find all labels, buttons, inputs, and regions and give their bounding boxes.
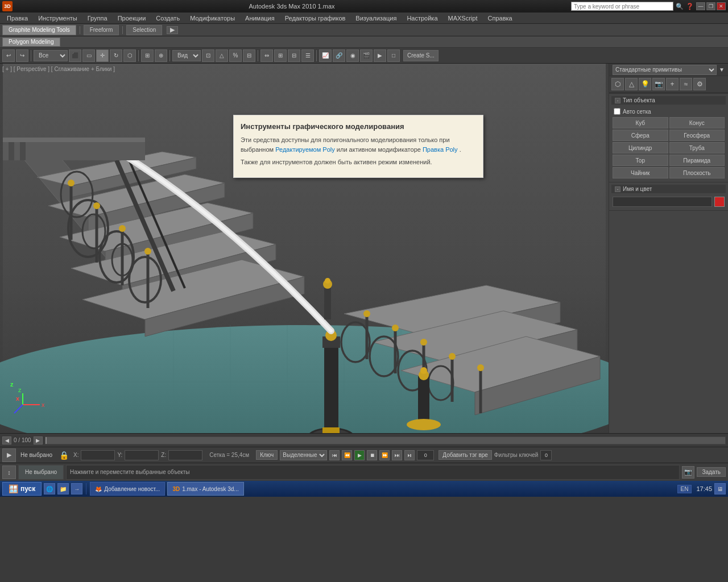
- status-move-icon[interactable]: ↕: [2, 465, 16, 479]
- panel-dropdown-arrow[interactable]: ▼: [719, 66, 725, 73]
- language-indicator[interactable]: EN: [677, 485, 692, 493]
- menu-projections[interactable]: Проекции: [113, 14, 151, 23]
- timeline-prev-btn[interactable]: ◀: [2, 436, 11, 444]
- name-color-collapse[interactable]: -: [615, 186, 621, 192]
- selection-filter-dropdown[interactable]: Все: [34, 50, 68, 61]
- create-spacewarps-icon[interactable]: ≈: [680, 78, 692, 90]
- menu-animation[interactable]: Анимация: [241, 14, 279, 23]
- select-scale-button[interactable]: ⬡: [123, 49, 136, 62]
- tab-polygon-modeling[interactable]: Polygon Modeling: [2, 38, 60, 47]
- menu-visualization[interactable]: Визуализация: [351, 14, 401, 23]
- render-setup-button[interactable]: 🎬: [360, 49, 373, 62]
- z-coord-input[interactable]: [168, 450, 202, 460]
- btn-torus[interactable]: Тор: [613, 155, 668, 166]
- anim-mode-btn[interactable]: ⏯: [404, 450, 415, 460]
- layer-manager-button[interactable]: ☰: [301, 49, 314, 62]
- timeline-next-btn[interactable]: ▶: [34, 436, 43, 444]
- menu-pravka[interactable]: Правка: [2, 14, 32, 23]
- taskbar-3dsmax-item[interactable]: 3D 1.max - Autodesk 3d...: [167, 482, 243, 496]
- select-move-button[interactable]: ✛: [96, 49, 109, 62]
- create-geometry-icon[interactable]: ⬡: [611, 78, 624, 90]
- render-button[interactable]: ▶: [374, 49, 386, 62]
- btn-cylinder[interactable]: Цилиндр: [613, 142, 668, 153]
- create-systems-icon[interactable]: ⚙: [693, 78, 706, 90]
- btn-cube[interactable]: Куб: [613, 117, 668, 128]
- spinner-snap-button[interactable]: ⊟: [243, 49, 255, 62]
- btn-sphere[interactable]: Сфера: [613, 130, 668, 141]
- play-btn[interactable]: ▶: [354, 450, 365, 460]
- primitives-dropdown[interactable]: Стандартные примитивы: [613, 65, 717, 75]
- create-lights-icon[interactable]: 💡: [639, 78, 651, 90]
- close-button[interactable]: ✕: [717, 2, 726, 10]
- select-region-button[interactable]: ▭: [82, 49, 95, 62]
- btn-tube[interactable]: Труба: [669, 142, 725, 153]
- menu-group[interactable]: Группа: [83, 14, 112, 23]
- taskbar-firefox-item[interactable]: 🦊 Добавление новост...: [90, 482, 165, 496]
- lock-icon[interactable]: 🔒: [59, 451, 69, 460]
- pivot-button[interactable]: ⊕: [155, 49, 167, 62]
- create-sets-button[interactable]: Create S...: [403, 50, 439, 61]
- minimize-button[interactable]: —: [696, 2, 705, 10]
- menu-settings[interactable]: Настройка: [402, 14, 442, 23]
- menu-instruments[interactable]: Инструменты: [34, 14, 82, 23]
- redo-button[interactable]: ↪: [16, 49, 28, 62]
- render-last-button[interactable]: □: [387, 49, 400, 62]
- menu-maxscript[interactable]: MAXScript: [444, 14, 482, 23]
- help-icon[interactable]: ❓: [686, 3, 694, 10]
- key-button[interactable]: Ключ: [256, 450, 278, 460]
- btn-teapot[interactable]: Чайник: [613, 167, 668, 178]
- tab-freeform[interactable]: Freeform: [84, 25, 119, 35]
- select-rotate-button[interactable]: ↻: [110, 49, 122, 62]
- tab-selection[interactable]: Selection: [126, 25, 162, 35]
- btn-cone[interactable]: Конус: [669, 117, 725, 128]
- btn-geosphere[interactable]: Геосфера: [669, 130, 725, 141]
- color-swatch[interactable]: [714, 197, 725, 207]
- reference-coord-button[interactable]: ⊞: [141, 49, 154, 62]
- tab-graphite[interactable]: Graphite Modeling Tools: [2, 25, 76, 35]
- schematic-view-button[interactable]: 🔗: [333, 49, 345, 62]
- material-editor-button[interactable]: ◉: [346, 49, 359, 62]
- undo-button[interactable]: ↩: [2, 49, 15, 62]
- btn-plane[interactable]: Плоскость: [669, 167, 725, 178]
- start-button[interactable]: 🪟 пуск: [2, 482, 42, 496]
- view-dropdown[interactable]: Вид: [172, 50, 201, 61]
- timeline-track[interactable]: [45, 436, 726, 444]
- align-button[interactable]: ⊟: [288, 49, 300, 62]
- prev-frame-btn[interactable]: ⏪: [342, 450, 352, 460]
- x-coord-input[interactable]: [81, 450, 115, 460]
- create-helpers-icon[interactable]: +: [666, 78, 679, 90]
- stop-btn[interactable]: ⏹: [367, 450, 377, 460]
- create-shapes-icon[interactable]: △: [625, 78, 638, 90]
- key-filter-select[interactable]: Выделенные: [280, 450, 327, 460]
- add-time-tag-button[interactable]: Добавить тэг вре: [439, 450, 492, 460]
- frame-input[interactable]: [417, 450, 434, 460]
- quicklaunch-ie-icon[interactable]: 🌐: [44, 483, 55, 494]
- filter-input[interactable]: [540, 450, 552, 460]
- auto-grid-checkbox[interactable]: [614, 108, 621, 115]
- quicklaunch-arrow-icon[interactable]: →: [71, 483, 82, 494]
- tooltip-link-1[interactable]: Редактируемом Poly: [275, 146, 335, 153]
- array-button[interactable]: ⊞: [274, 49, 287, 62]
- object-name-input[interactable]: [613, 197, 712, 207]
- go-to-end-btn[interactable]: ⏭: [392, 450, 402, 460]
- select-object-button[interactable]: ⬛: [69, 49, 81, 62]
- tab-more-button[interactable]: ▶: [167, 26, 178, 34]
- percent-snap-button[interactable]: %: [229, 49, 242, 62]
- menu-help[interactable]: Справка: [483, 14, 517, 23]
- btn-pyramid[interactable]: Пирамида: [669, 155, 725, 166]
- menu-graph-editors[interactable]: Редакторы графиков: [280, 14, 350, 23]
- set-button[interactable]: Задать: [697, 467, 726, 477]
- menu-modifiers[interactable]: Модификаторы: [185, 14, 239, 23]
- next-frame-btn[interactable]: ⏩: [379, 450, 390, 460]
- create-cameras-icon[interactable]: 📷: [652, 78, 665, 90]
- viewport-camera-icon[interactable]: 📷: [682, 466, 694, 479]
- y-coord-input[interactable]: [125, 450, 159, 460]
- snap-toggle-button[interactable]: ⊡: [202, 49, 214, 62]
- go-to-start-btn[interactable]: ⏮: [329, 450, 340, 460]
- restore-button[interactable]: ❐: [706, 2, 715, 10]
- search-icon[interactable]: 🔍: [676, 3, 684, 10]
- show-desktop-icon[interactable]: 🖥: [714, 483, 726, 494]
- menu-create[interactable]: Создать: [151, 14, 184, 23]
- tooltip-link-2[interactable]: Правка Poly: [423, 146, 458, 153]
- object-type-collapse[interactable]: -: [615, 98, 621, 103]
